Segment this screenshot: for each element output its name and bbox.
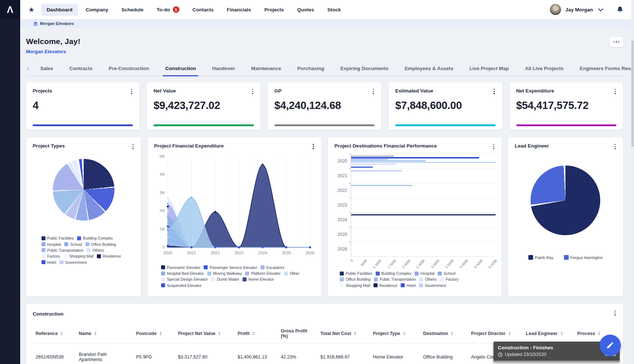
legend-item[interactable]: Platform Elevator xyxy=(245,271,281,276)
legend-item[interactable]: Office Building xyxy=(340,277,371,281)
tab-all-live-projects[interactable]: All Live Projects xyxy=(525,63,564,76)
nav-item-financials[interactable]: Financials xyxy=(221,4,256,16)
column-header-postcode[interactable]: Postcode xyxy=(133,325,175,343)
column-header-lead-engineer[interactable]: Lead Engineer xyxy=(523,325,574,343)
tab-handover[interactable]: Handover xyxy=(212,63,235,76)
user-name[interactable]: Jay Morgan xyxy=(565,7,593,12)
sort-icon[interactable] xyxy=(218,332,221,336)
sort-icon[interactable] xyxy=(509,332,511,336)
legend-item[interactable]: Hospital xyxy=(415,271,434,276)
nav-item-stock[interactable]: Stock xyxy=(322,4,346,16)
legend-item[interactable]: Moving Walkway xyxy=(207,271,242,276)
tab-pre-construction[interactable]: Pre-Construction xyxy=(108,63,149,76)
legend-item[interactable]: Government xyxy=(59,260,87,265)
column-header-destination[interactable]: Destination xyxy=(420,325,468,343)
legend-item[interactable]: Patrik Ray xyxy=(528,255,554,260)
tabs-scroll-left-icon[interactable]: ‹ xyxy=(26,65,32,75)
legend-item[interactable]: Public Transportation xyxy=(41,248,84,252)
legend-item[interactable]: Shopping Mall xyxy=(340,283,370,288)
legend-item[interactable]: Fergus Harrington xyxy=(564,255,603,260)
tab-live-project-map[interactable]: Live Project Map xyxy=(469,63,509,76)
legend-item[interactable]: Hotel xyxy=(401,283,416,288)
legend-item[interactable]: Special Design Elevator xyxy=(161,277,208,281)
nav-item-schedule[interactable]: Schedule xyxy=(116,4,149,16)
sort-icon[interactable] xyxy=(94,332,96,336)
legend-item[interactable]: Factory xyxy=(41,254,60,258)
legend-item[interactable]: Building Complex xyxy=(77,236,113,240)
kebab-menu-icon[interactable] xyxy=(129,87,134,96)
sort-icon[interactable] xyxy=(403,332,405,336)
nav-item-contacts[interactable]: Contacts xyxy=(187,4,219,16)
legend-item[interactable]: Others xyxy=(87,248,104,252)
legend-item[interactable]: School xyxy=(64,242,82,247)
legend-item[interactable]: Shopping Mall xyxy=(63,254,94,258)
legend-item[interactable]: Residence xyxy=(374,283,398,288)
tab-sales[interactable]: Sales xyxy=(40,63,54,76)
legend-item[interactable]: Government xyxy=(419,283,446,288)
kebab-menu-icon[interactable] xyxy=(612,142,618,151)
legend-item[interactable]: Residence xyxy=(97,254,121,258)
nav-item-to-do[interactable]: To-do1 xyxy=(151,3,185,16)
column-header-reference[interactable]: Reference xyxy=(33,325,76,343)
edit-fab-button[interactable] xyxy=(600,335,621,356)
column-header-project-net-value[interactable]: Project Net Value xyxy=(175,325,234,343)
scrollbar[interactable] xyxy=(631,0,634,364)
app-logo[interactable]: Λ xyxy=(0,0,20,19)
legend-item[interactable]: Passenger Service Elevator xyxy=(204,265,257,270)
column-header-name[interactable]: Name xyxy=(76,325,133,343)
breadcrumb-company[interactable]: Morgan Elevators xyxy=(40,21,74,26)
legend-item[interactable]: Office Building xyxy=(85,242,116,247)
tab-engineers-forms-respon[interactable]: Engineers Forms Respon xyxy=(579,63,634,76)
sort-icon[interactable] xyxy=(354,332,356,336)
legend-item[interactable]: Public Facilities xyxy=(340,271,372,276)
nav-item-company[interactable]: Company xyxy=(80,4,114,16)
column-header-project-type[interactable]: Project Type xyxy=(370,325,420,343)
legend-item[interactable]: School xyxy=(438,271,455,276)
legend-item[interactable]: Factory xyxy=(440,277,459,281)
legend-item[interactable]: Building Complex xyxy=(376,271,412,276)
kebab-menu-icon[interactable] xyxy=(250,87,255,96)
kebab-menu-icon[interactable] xyxy=(491,142,496,151)
legend-item[interactable]: Hotel xyxy=(41,260,57,265)
avatar[interactable] xyxy=(550,4,561,15)
tab-expiring-documents[interactable]: Expiring Documents xyxy=(340,63,389,76)
legend-item[interactable]: Dumb Waiter xyxy=(211,277,239,281)
kebab-menu-icon[interactable] xyxy=(371,87,376,96)
tab-purchasing[interactable]: Purchasing xyxy=(297,63,325,76)
kebab-menu-icon[interactable] xyxy=(130,142,136,151)
sort-icon[interactable] xyxy=(252,332,255,336)
legend-item[interactable]: Panoramic Elevator xyxy=(161,265,201,270)
legend-item[interactable]: Public Transportation xyxy=(374,277,416,281)
scrollbar-thumb[interactable] xyxy=(631,40,634,147)
kebab-menu-icon[interactable] xyxy=(612,309,618,317)
tab-employees-assets[interactable]: Employees & Assets xyxy=(404,63,453,76)
sort-icon[interactable] xyxy=(451,332,453,336)
column-header-profit[interactable]: Profit xyxy=(234,325,278,343)
column-header-gross-profit-[interactable]: Gross Profit (%) xyxy=(278,325,317,343)
legend-item[interactable]: Suspended Elevator xyxy=(161,283,202,288)
column-header-project-director[interactable]: Project Director xyxy=(468,325,523,343)
tab-construction[interactable]: Construction xyxy=(165,63,196,76)
tab-maintenance[interactable]: Maintenance xyxy=(251,63,282,76)
legend-item[interactable]: Home Elevator xyxy=(243,277,274,281)
favorite-star-icon[interactable]: ★ xyxy=(28,6,34,14)
tab-contracts[interactable]: Contracts xyxy=(69,63,93,76)
sort-icon[interactable] xyxy=(561,332,563,336)
sort-icon[interactable] xyxy=(598,332,600,336)
kebab-menu-icon[interactable] xyxy=(491,87,497,96)
nav-item-dashboard[interactable]: Dashboard xyxy=(41,4,78,16)
notifications-bell-icon[interactable] xyxy=(616,6,624,13)
sort-icon[interactable] xyxy=(160,332,162,336)
kebab-menu-icon[interactable] xyxy=(310,142,316,151)
page-options-ellipsis-button[interactable] xyxy=(610,37,623,47)
legend-item[interactable]: Escalators xyxy=(260,265,284,270)
chevron-down-icon[interactable] xyxy=(598,6,603,11)
legend-item[interactable]: Others xyxy=(419,277,437,281)
legend-item[interactable]: Other xyxy=(284,271,299,276)
legend-item[interactable]: Public Facilities xyxy=(41,236,74,240)
nav-item-quotes[interactable]: Quotes xyxy=(292,4,320,16)
kebab-menu-icon[interactable] xyxy=(612,87,618,96)
company-link[interactable]: Morgan Elevators xyxy=(26,49,66,54)
sort-icon[interactable] xyxy=(61,332,63,336)
legend-item[interactable]: Hospital xyxy=(41,242,61,247)
